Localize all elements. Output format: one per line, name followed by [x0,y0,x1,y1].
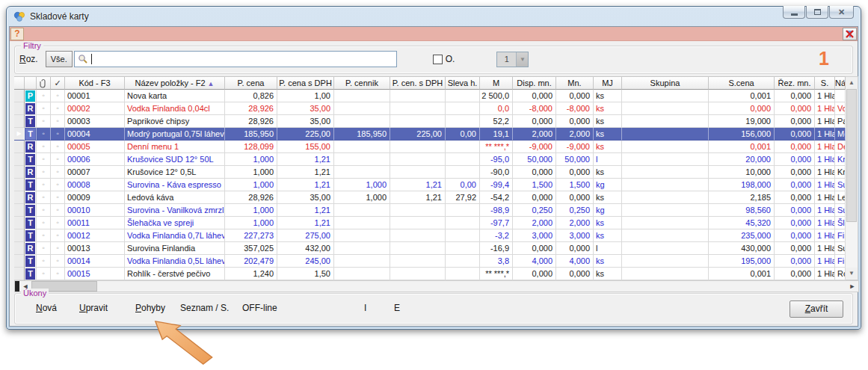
cell-p_cen_dph[interactable]: 1,21 [390,179,446,191]
cell-mn[interactable]: 0,000 [556,191,594,204]
column-header-badge[interactable] [25,76,37,90]
column-header-chk[interactable]: ✓ [51,76,65,90]
cell-p_cena_dph[interactable]: 1,21 [277,166,334,179]
cell-mn[interactable]: 0,250 [556,204,594,217]
cell-na[interactable]: Su [835,204,846,217]
cell-ind[interactable] [14,141,25,153]
cell-s_cena[interactable]: 0,001 [709,268,775,280]
cell-name[interactable]: Surovina - Vanilková zmrzlina [125,204,225,217]
cell-p_cena[interactable]: 1,000 [225,204,277,217]
cell-name[interactable]: Paprikové chipsy [125,115,225,128]
cell-skupina[interactable] [622,255,709,268]
search-input[interactable] [74,51,397,67]
cell-m[interactable]: -16,9 [480,242,513,255]
cell-skupina[interactable] [622,242,709,255]
cell-disp[interactable]: 1,500 [513,179,556,191]
attachment-dot-icon[interactable]: ◦ [37,166,51,179]
attachment-dot-icon[interactable]: ◦ [37,255,51,268]
table-row[interactable]: T◦◦00006Krušovice SUD 12° 50L1,0001,21-9… [14,153,846,166]
vertical-scroll-thumb[interactable] [846,89,857,222]
cell-badge[interactable]: R [25,191,37,204]
cell-disp[interactable]: 0,000 [513,242,556,255]
cell-na[interactable]: Fir [835,229,846,242]
cell-name[interactable]: Šlehačka ve spreji [125,217,225,229]
cell-p_cena_dph[interactable]: 275,00 [277,229,334,242]
cell-sleva[interactable] [446,102,480,115]
cell-p_cen_dph[interactable] [390,268,446,280]
cell-code[interactable]: 00003 [65,115,125,128]
table-row[interactable]: T◦◦00011Šlehačka ve spreji1,0001,21-97,7… [14,217,846,229]
cell-m[interactable]: 2 500,0 [480,90,513,102]
cell-s[interactable]: 1 Hlav [815,204,835,217]
cell-mn[interactable]: 2,000 [556,217,594,229]
cell-m[interactable]: -54,2 [480,191,513,204]
cell-p_cena[interactable]: 1,000 [225,153,277,166]
cell-ind[interactable] [14,179,25,191]
cell-skupina[interactable] [622,191,709,204]
cell-p_cen_dph[interactable] [390,115,446,128]
cell-p_cen_dph[interactable]: 1,21 [390,191,446,204]
cell-ind[interactable] [14,255,25,268]
cell-s[interactable]: 1 Hlav [815,90,835,102]
check-dot-icon[interactable]: ◦ [51,204,65,217]
cell-p_cena[interactable]: 1,240 [225,268,277,280]
cell-disp[interactable]: 0,000 [513,268,556,280]
cell-disp[interactable]: 3,000 [513,229,556,242]
cell-rez_mn[interactable]: 0,000 [775,102,815,115]
cell-p_cena_dph[interactable]: 245,00 [277,255,334,268]
column-header-s[interactable]: S. [815,76,835,90]
table-row[interactable]: T◦◦00008Surovina - Káva espresso1,0001,2… [14,179,846,191]
cell-skupina[interactable] [622,153,709,166]
cell-p_cennik[interactable] [334,268,390,280]
column-header-mn[interactable]: Mn. [556,76,594,90]
attachment-dot-icon[interactable]: ◦ [37,229,51,242]
cell-disp[interactable]: 0,000 [513,90,556,102]
cell-skupina[interactable] [622,217,709,229]
table-row[interactable]: ▶T◦◦00004Modrý portugal 0,75l láhev185,9… [14,128,846,141]
help-button[interactable]: ? [10,28,24,40]
vertical-scrollbar[interactable]: ▲ ▼ [846,76,858,280]
cell-p_cen_dph[interactable] [390,229,446,242]
cell-mn[interactable]: 3,000 [556,229,594,242]
cell-code[interactable]: 00002 [65,102,125,115]
cell-s_cena[interactable]: 156,000 [709,128,775,141]
cell-name[interactable]: Denní menu 1 [125,141,225,153]
cell-s_cena[interactable]: 198,000 [709,179,775,191]
check-dot-icon[interactable]: ◦ [51,115,65,128]
cell-p_cena_dph[interactable]: 1,00 [277,90,334,102]
cell-mj[interactable]: ks [594,229,622,242]
cell-ind[interactable] [14,166,25,179]
cell-mn[interactable]: 4,000 [556,255,594,268]
cell-disp[interactable]: 0,000 [513,115,556,128]
table-row[interactable]: R◦◦00013Surovina Finlandia357,025432,00-… [14,242,846,255]
cell-ind[interactable] [14,217,25,229]
cell-s_cena[interactable]: 2,185 [709,191,775,204]
cell-ind[interactable] [14,102,25,115]
attachment-dot-icon[interactable]: ◦ [37,242,51,255]
page-combo[interactable]: 1 ▼ [496,52,529,67]
cell-s_cena[interactable]: 45,320 [709,217,775,229]
cell-p_cena_dph[interactable]: 1,21 [277,179,334,191]
cell-mj[interactable]: ks [594,268,622,280]
cell-ind[interactable] [14,90,25,102]
cell-s_cena[interactable]: 0,000 [709,102,775,115]
cell-s[interactable]: 1 Hlav [815,141,835,153]
maximize-button[interactable] [806,6,828,19]
cell-code[interactable]: 00013 [65,242,125,255]
cell-badge[interactable]: R [25,102,37,115]
cell-p_cena[interactable]: 357,025 [225,242,277,255]
cell-p_cennik[interactable]: 185,950 [334,128,390,141]
cell-m[interactable]: -97,7 [480,217,513,229]
cell-m[interactable]: -3,2 [480,229,513,242]
cell-m[interactable]: 0,0 [480,102,513,115]
cell-na[interactable]: Mo [835,128,846,141]
cell-p_cennik[interactable] [334,90,390,102]
action-button-upravit[interactable]: Upravit [79,303,108,313]
cell-skupina[interactable] [622,166,709,179]
cell-mj[interactable]: l [594,153,622,166]
cell-p_cen_dph[interactable] [390,204,446,217]
cell-ind[interactable] [14,191,25,204]
cell-na[interactable]: Ro [835,268,846,280]
cell-code[interactable]: 00004 [65,128,125,141]
cell-mj[interactable]: kg [594,179,622,191]
